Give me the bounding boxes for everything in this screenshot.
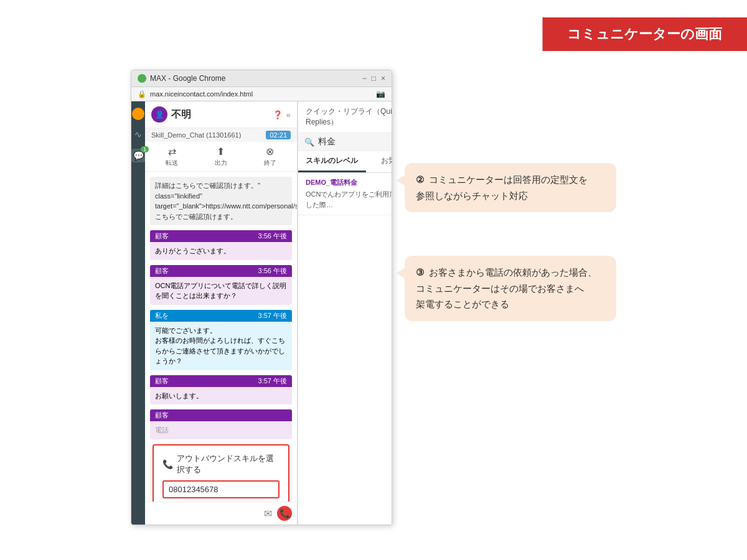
status-indicator bbox=[132, 108, 144, 120]
me-body-1: 可能でございます。 お客様のお時間がよろしければ、すぐこちらからご連絡させて頂き… bbox=[150, 322, 292, 370]
customer-label-3: 顧客 bbox=[155, 376, 169, 386]
customer-body-3: お願いします。 bbox=[150, 387, 292, 405]
outbound-call-popup: 📞 アウトバウンドスキルを選択する Skill_Demo_Phone_Out コ… bbox=[153, 444, 289, 502]
search-input[interactable] bbox=[318, 137, 392, 147]
customer-time-2: 3:56 午後 bbox=[258, 266, 287, 276]
outbound-title: 📞 アウトバウンドスキルを選択する bbox=[162, 453, 280, 475]
upload-icon: ⬆ bbox=[217, 146, 225, 157]
collapse-icon[interactable]: « bbox=[286, 110, 291, 119]
browser-title: MAX - Google Chrome bbox=[150, 74, 225, 83]
customer-label-partial: 顧客 bbox=[155, 411, 169, 420]
annotation-balloon-3: ③ お客さまから電話の依頼があった場合、コミュニケーターはその場でお客さまへ架電… bbox=[405, 256, 616, 321]
annotation-balloon-2: ② コミュニケーターは回答用の定型文を参照しながらチャット対応 bbox=[405, 163, 616, 212]
customer-label-2: 顧客 bbox=[155, 266, 169, 276]
quick-replies-panel: クイック・リプライ（Quick Replies） 🔍 スキルのレベル お気に入り… bbox=[298, 101, 392, 525]
maximize-button[interactable]: □ bbox=[372, 74, 376, 83]
minimize-button[interactable]: − bbox=[362, 74, 367, 83]
transfer-label: 転送 bbox=[166, 159, 178, 167]
annotations-column: ② コミュニケーターは回答用の定型文を参照しながらチャット対応 ③ お客さまから… bbox=[405, 63, 616, 321]
app-sidebar: ∿ 💬 1 bbox=[131, 101, 145, 525]
customer-body-1: ありがとうございます。 bbox=[150, 242, 292, 260]
chat-footer: ✉ 📞 bbox=[145, 502, 297, 525]
message-customer-2: 顧客 3:56 午後 OCN電話アプリについて電話で詳しく説明を聞くことは出来ま… bbox=[150, 265, 292, 305]
end-label: 終了 bbox=[264, 159, 276, 167]
sidebar-icon-wave[interactable]: ∿ bbox=[131, 128, 145, 141]
annotation-text-3: お客さまから電話の依頼があった場合、コミュニケーターはその場でお客さまへ架電する… bbox=[416, 267, 597, 309]
search-icon: 🔍 bbox=[304, 138, 314, 147]
chat-messages: 詳細はこちらでご確認頂けます。" class="linkified" targe… bbox=[145, 172, 297, 502]
message-me-1: 私を 3:57 午後 可能でございます。 お客様のお時間がよろしければ、すぐこち… bbox=[150, 310, 292, 370]
chat-user-name: 不明 bbox=[171, 108, 191, 121]
browser-titlebar: MAX - Google Chrome − □ × bbox=[131, 70, 392, 87]
end-button[interactable]: ⊗ 終了 bbox=[264, 146, 276, 167]
customer-label-1: 顧客 bbox=[155, 231, 169, 241]
browser-addressbar: 🔒 max.niceincontact.com/index.html 📷 bbox=[131, 87, 392, 101]
sidebar-badge-count: 1 bbox=[141, 146, 149, 152]
qr-result-text: OCNでんわアプリをご利用頂き、発信した際… bbox=[306, 189, 392, 210]
annotation-number-3: ③ bbox=[416, 267, 424, 278]
customer-body-partial: 電話 bbox=[150, 421, 292, 439]
customer-body-2: OCN電話アプリについて電話で詳しく説明を聞くことは出来ますか？ bbox=[150, 277, 292, 305]
message-customer-1: 顧客 3:56 午後 ありがとうございます。 bbox=[150, 230, 292, 260]
upload-button[interactable]: ⬆ 出力 bbox=[215, 146, 227, 167]
qr-result-title: DEMO_電話料金 bbox=[306, 178, 392, 187]
sidebar-icon-chat[interactable]: 💬 1 bbox=[131, 149, 145, 162]
outbound-title-text: アウトバウンドスキルを選択する bbox=[177, 453, 280, 475]
customer-time-3: 3:57 午後 bbox=[258, 376, 287, 386]
annotation-text-2: コミュニケーターは回答用の定型文を参照しながらチャット対応 bbox=[416, 174, 588, 201]
close-button[interactable]: × bbox=[381, 74, 385, 83]
help-icon[interactable]: ❓ bbox=[273, 110, 283, 119]
page-title: コミュニケーターの画面 bbox=[542, 17, 747, 51]
tab-skill-level[interactable]: スキルのレベル bbox=[298, 151, 366, 172]
phone-icon: 📞 bbox=[162, 459, 173, 469]
customer-time-1: 3:56 午後 bbox=[258, 231, 287, 241]
user-avatar: 👤 bbox=[151, 106, 167, 123]
upload-label: 出力 bbox=[215, 159, 227, 167]
skill-info-bar: Skill_Demo_Chat (11301661) 02:21 bbox=[145, 128, 297, 142]
browser-url: max.niceincontact.com/index.html bbox=[150, 90, 253, 98]
chat-toolbar: ⇄ 転送 ⬆ 出力 ⊗ 終了 bbox=[145, 142, 297, 172]
browser-window: MAX - Google Chrome − □ × 🔒 max.niceinco… bbox=[131, 70, 392, 525]
chat-panel: 👤 不明 ❓ « Skill_Demo_Chat (11301661) 02:2… bbox=[145, 101, 298, 525]
message-customer-partial: 顧客 電話 bbox=[150, 409, 292, 439]
message-agent-1: 詳細はこちらでご確認頂けます。" class="linkified" targe… bbox=[150, 177, 292, 225]
me-label-1: 私を bbox=[155, 311, 169, 320]
email-icon[interactable]: ✉ bbox=[264, 508, 272, 520]
browser-controls[interactable]: − □ × bbox=[362, 74, 385, 83]
quick-replies-title: クイック・リプライ（Quick Replies） bbox=[298, 101, 392, 133]
app-layout: ∿ 💬 1 👤 不明 ❓ « bbox=[131, 101, 392, 525]
annotation-number-2: ② bbox=[416, 174, 424, 185]
transfer-button[interactable]: ⇄ 転送 bbox=[166, 146, 178, 167]
chat-timer: 02:21 bbox=[266, 131, 291, 139]
qr-result-item[interactable]: DEMO_電話料金 OCNでんわアプリをご利用頂き、発信した際… bbox=[298, 173, 392, 215]
quick-replies-tabs: スキルのレベル お気に入り bbox=[298, 151, 392, 173]
me-time-1: 3:57 午後 bbox=[258, 311, 287, 320]
end-icon: ⊗ bbox=[266, 146, 274, 157]
tab-favorites[interactable]: お気に入り bbox=[366, 151, 393, 172]
browser-favicon bbox=[138, 74, 146, 83]
message-customer-3: 顧客 3:57 午後 お願いします。 bbox=[150, 375, 292, 405]
transfer-icon: ⇄ bbox=[168, 146, 176, 157]
skill-name: Skill_Demo_Chat (11301661) bbox=[151, 131, 241, 139]
lock-icon: 🔒 bbox=[138, 90, 146, 98]
chat-header: 👤 不明 ❓ « bbox=[145, 101, 297, 128]
phone-active-icon[interactable]: 📞 bbox=[277, 506, 292, 521]
search-bar: 🔍 bbox=[298, 133, 392, 151]
camera-icon: 📷 bbox=[376, 90, 385, 98]
outbound-phone-input[interactable] bbox=[162, 480, 280, 498]
